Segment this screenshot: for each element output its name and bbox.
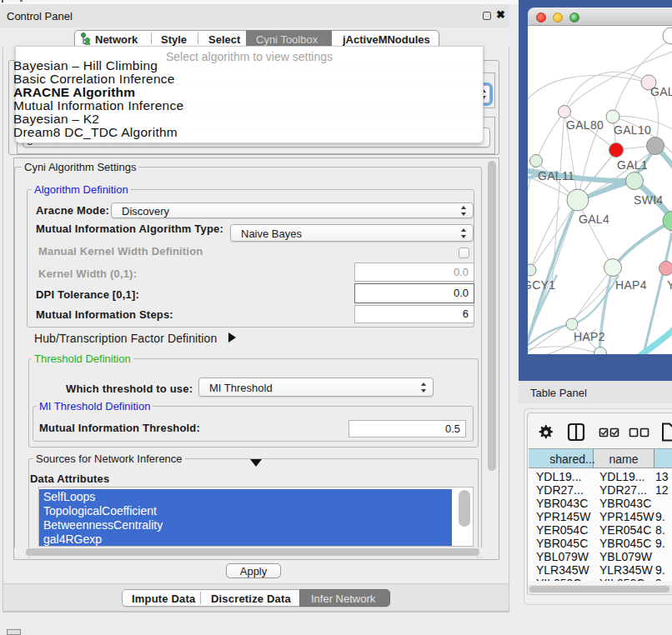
svg-text:GAL1: GAL1 [617,158,648,172]
svg-text:GAL11: GAL11 [538,169,574,182]
svg-text:HAP2: HAP2 [574,330,605,343]
svg-text:HAP4: HAP4 [615,278,647,292]
svg-text:GAL4: GAL4 [579,212,609,226]
svg-text:GAL80: GAL80 [566,118,604,132]
svg-text:GAL10: GAL10 [614,123,651,137]
svg-text:GAL: GAL [650,85,672,98]
svg-text:Y: Y [667,278,672,292]
svg-text:GCY1: GCY1 [528,278,555,292]
svg-text:SWI4: SWI4 [634,193,663,207]
